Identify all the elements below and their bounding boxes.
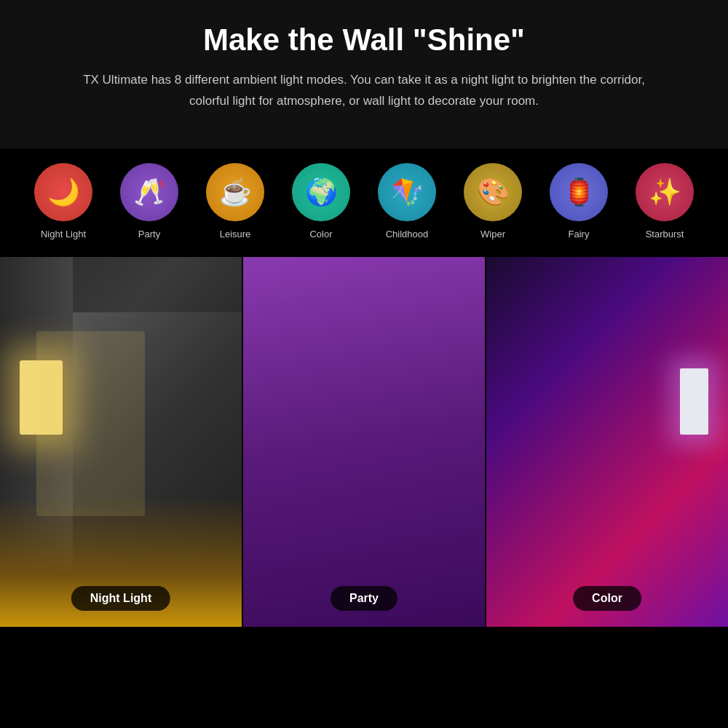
subtitle: TX Ultimate has 8 different ambient ligh… — [66, 70, 662, 112]
photo-label-color-photo: Color — [573, 586, 641, 611]
mode-icon-childhood: 🪁 — [378, 163, 436, 221]
mode-label-starburst: Starburst — [646, 229, 684, 240]
mode-item-night-light[interactable]: 🌙Night Light — [34, 163, 92, 240]
mode-label-color: Color — [309, 229, 332, 240]
party-bg — [243, 257, 485, 627]
mode-item-childhood[interactable]: 🪁Childhood — [378, 163, 436, 240]
mode-icon-leisure: ☕ — [206, 163, 264, 221]
mode-icon-starburst: ✨ — [636, 163, 694, 221]
photo-panel-party-photo: Party — [242, 257, 485, 627]
modes-row: 🌙Night Light🥂Party☕Leisure🌍Color🪁Childho… — [0, 149, 728, 257]
photo-label-party-photo: Party — [331, 586, 397, 611]
wall-light-box — [20, 360, 63, 435]
mode-icon-color: 🌍 — [292, 163, 350, 221]
mode-item-color[interactable]: 🌍Color — [292, 163, 350, 240]
mode-icon-wiper: 🎨 — [464, 163, 522, 221]
mode-label-childhood: Childhood — [386, 229, 429, 240]
mode-item-starburst[interactable]: ✨Starburst — [636, 163, 694, 240]
mode-icon-party: 🥂 — [120, 163, 178, 221]
color-wall-light — [680, 368, 709, 435]
mode-label-wiper: Wiper — [480, 229, 505, 240]
mode-icon-fairy: 🏮 — [550, 163, 608, 221]
mode-item-fairy[interactable]: 🏮Fairy — [550, 163, 608, 240]
color-bg — [486, 257, 728, 627]
mode-label-party: Party — [138, 229, 160, 240]
hallway-sim — [0, 257, 242, 627]
mode-label-leisure: Leisure — [220, 229, 251, 240]
mode-label-fairy: Fairy — [569, 229, 590, 240]
photo-panel-night-light-photo: Night Light — [0, 257, 242, 627]
mode-label-night-light: Night Light — [41, 229, 86, 240]
mode-item-wiper[interactable]: 🎨Wiper — [464, 163, 522, 240]
photo-panel-color-photo: Color — [485, 257, 728, 627]
photos-section: Night LightParty Color — [0, 257, 728, 627]
mode-icon-night-light: 🌙 — [34, 163, 92, 221]
header-section: Make the Wall "Shine" TX Ultimate has 8 … — [0, 0, 728, 149]
photo-label-night-light-photo: Night Light — [71, 586, 170, 611]
mode-item-leisure[interactable]: ☕Leisure — [206, 163, 264, 240]
main-title: Make the Wall "Shine" — [44, 22, 684, 58]
mode-item-party[interactable]: 🥂Party — [120, 163, 178, 240]
